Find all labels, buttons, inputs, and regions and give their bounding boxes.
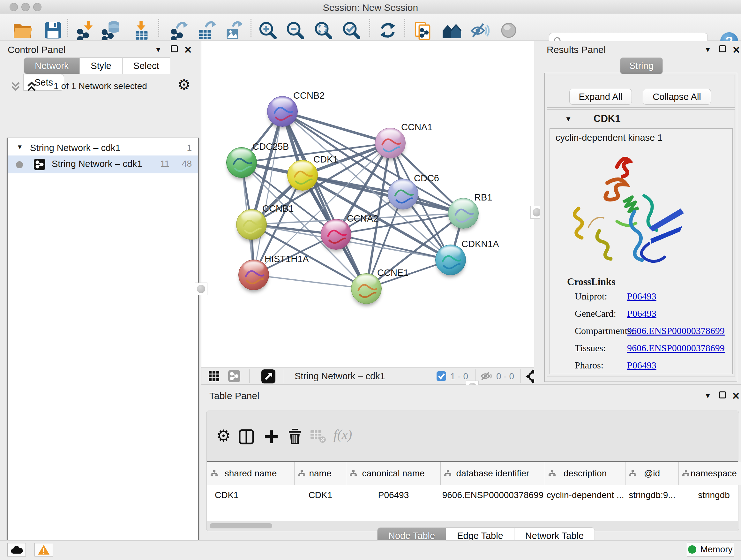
results-panel: Results Panel ▼ × String Expand All Coll… — [540, 41, 741, 384]
home-networks-icon[interactable] — [441, 21, 462, 41]
column-header-description[interactable]: description — [545, 462, 625, 485]
export-table-icon[interactable] — [196, 20, 217, 42]
table-cell[interactable]: CDK1 — [294, 485, 346, 505]
table-cell[interactable]: cyclin-dependent ... — [545, 485, 625, 505]
horizontal-scrollbar-thumb[interactable] — [210, 523, 272, 528]
crosslink-link[interactable]: 9606.ENSP00000378699 — [627, 343, 725, 354]
node-count: 11 — [160, 159, 170, 169]
warnings-button[interactable] — [35, 543, 53, 557]
panel-float-icon[interactable] — [719, 45, 726, 52]
crosslink-link[interactable]: P06493 — [627, 360, 657, 371]
delete-column-icon[interactable] — [287, 428, 302, 446]
network-edge[interactable] — [254, 111, 282, 275]
warning-icon — [37, 544, 50, 555]
crosslink-link[interactable]: P06493 — [627, 308, 657, 319]
table-panel-title: Table Panel — [209, 390, 259, 401]
node-label: CDC25B — [253, 141, 289, 152]
window-title: Session: New Session — [0, 2, 741, 13]
column-header-database-identifier[interactable]: database identifier — [441, 462, 545, 485]
results-panel-title: Results Panel — [547, 44, 606, 55]
table-cell[interactable]: stringdb — [679, 485, 741, 505]
network-collection-row[interactable]: ▼ String Network – cdk1 1 — [8, 139, 198, 158]
zoom-fit-icon[interactable] — [313, 20, 333, 42]
panel-menu-icon[interactable]: ▼ — [155, 46, 162, 54]
node-label: RB1 — [474, 192, 492, 203]
column-header--id[interactable]: @id — [625, 462, 679, 485]
column-header-shared-name[interactable]: shared name — [207, 462, 294, 485]
table-options-gear-icon[interactable]: ⚙ — [216, 428, 231, 444]
open-session-icon[interactable] — [12, 21, 33, 41]
panel-close-icon[interactable]: × — [185, 43, 192, 57]
panel-close-icon[interactable]: × — [733, 43, 740, 57]
collection-label: String Network – cdk1 — [30, 143, 121, 153]
column-header-namespace[interactable]: namespace — [679, 462, 741, 485]
network-row-selected[interactable]: String Network – cdk1 11 48 — [8, 155, 198, 173]
main-toolbar: ? — [0, 14, 741, 41]
zoom-in-icon[interactable] — [258, 20, 278, 42]
network-edge[interactable] — [282, 111, 390, 143]
choose-columns-icon[interactable] — [239, 429, 254, 446]
export-image-icon[interactable] — [223, 20, 244, 42]
hide-graphics-details-icon[interactable] — [470, 21, 489, 41]
control-panel: Control Panel ▼ × NetworkStyleSelectSets… — [0, 41, 201, 540]
memory-button[interactable]: Memory — [687, 542, 734, 557]
table-cell[interactable]: CDK1 — [207, 485, 294, 505]
panel-float-icon[interactable] — [171, 45, 178, 52]
panel-close-icon[interactable]: × — [732, 389, 739, 403]
node-label: CCNB2 — [293, 90, 325, 101]
export-network-icon[interactable] — [169, 20, 190, 42]
network-edge[interactable] — [336, 234, 451, 260]
column-header-canonical-name[interactable]: canonical name — [346, 462, 441, 485]
crosslink-link[interactable]: 9606.ENSP00000378699 — [627, 325, 725, 336]
cloud-button[interactable] — [7, 543, 26, 557]
add-column-icon[interactable] — [263, 429, 279, 446]
crosslink-label: Pharos: — [575, 360, 603, 371]
crosslink-link[interactable]: P06493 — [627, 291, 657, 302]
gene-name: CDK1 — [594, 113, 620, 125]
network-edge[interactable] — [254, 275, 366, 289]
expand-all-button[interactable]: Expand All — [569, 89, 632, 105]
network-overview-icon[interactable] — [228, 370, 240, 382]
node-label: CDKN1A — [461, 239, 499, 249]
panel-float-icon[interactable] — [719, 391, 726, 398]
table-cell[interactable]: P06493 — [346, 485, 441, 505]
refresh-icon[interactable] — [378, 21, 397, 41]
node-label: CCNE1 — [377, 267, 408, 278]
panel-menu-icon[interactable]: ▼ — [704, 46, 711, 54]
zoom-selected-icon[interactable] — [341, 20, 361, 42]
left-splitter-handle[interactable] — [195, 283, 207, 295]
graphics-lod-icon[interactable] — [499, 21, 518, 41]
toolbar-separator — [158, 19, 159, 37]
import-network-database-icon[interactable] — [100, 20, 123, 42]
zoom-out-icon[interactable] — [285, 20, 305, 42]
import-table-icon[interactable] — [131, 20, 151, 42]
panel-menu-icon[interactable]: ▼ — [704, 392, 711, 400]
table-cell[interactable]: 9606.ENSP00000378699 — [441, 485, 545, 505]
tab-select[interactable]: Select — [122, 57, 171, 74]
network-label: String Network – cdk1 — [52, 159, 142, 169]
import-network-file-icon[interactable] — [76, 20, 95, 42]
table-cell[interactable]: stringdb:9... — [625, 485, 679, 505]
gene-description: cyclin-dependent kinase 1 — [556, 132, 663, 143]
selected-counts: 1 - 0 — [450, 371, 468, 381]
crosslink-label: Uniprot: — [575, 291, 607, 302]
save-session-icon[interactable] — [44, 21, 62, 41]
tab-style[interactable]: Style — [79, 57, 122, 74]
detach-view-icon[interactable] — [261, 369, 275, 383]
collection-count: 1 — [187, 143, 192, 153]
column-header-name[interactable]: name — [294, 462, 346, 485]
collection-expand-icon[interactable]: ▼ — [17, 143, 23, 151]
clone-network-icon[interactable] — [414, 20, 433, 42]
network-options-gear-icon[interactable]: ⚙ — [178, 77, 191, 92]
tab-string[interactable]: String — [620, 57, 663, 74]
selected-checkbox-icon[interactable] — [436, 371, 447, 382]
node-label: CCNB1 — [262, 203, 293, 214]
section-collapse-icon[interactable]: ▼ — [565, 115, 572, 123]
network-view-canvas[interactable]: CCNB2 CCNA1 CDC25B CDK1 CDC6 RB1 CCNB1 C… — [201, 41, 534, 367]
delete-table-icon-disabled — [310, 429, 327, 445]
tab-network[interactable]: Network — [23, 57, 80, 74]
collapse-all-button[interactable]: Collapse All — [643, 89, 711, 105]
birdseye-grid-icon[interactable] — [208, 370, 220, 383]
memory-label: Memory — [700, 544, 732, 555]
table-box: ⚙ f(x) shared namenamecanonical namedata… — [206, 411, 739, 531]
